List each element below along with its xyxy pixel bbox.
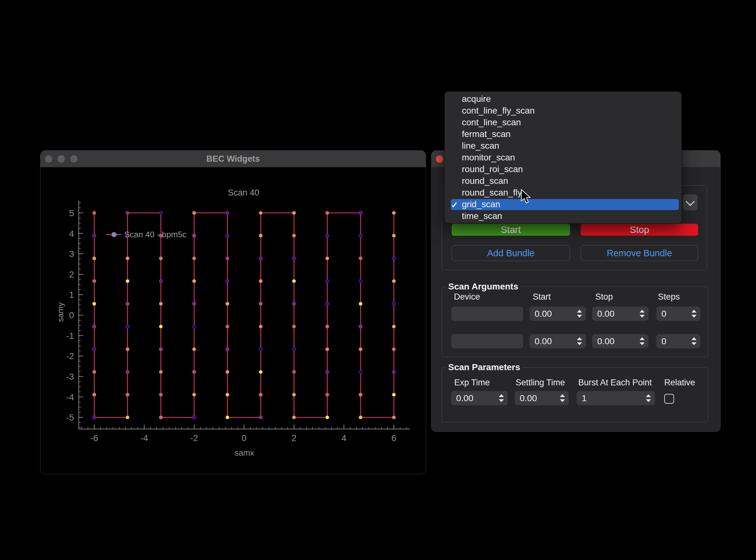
scan-data-point (326, 234, 329, 237)
scan-arguments-title: Scan Arguments (446, 282, 520, 292)
scan-data-point (259, 211, 263, 215)
menu-item-round_scan_fly[interactable]: round_scan_fly (445, 187, 681, 199)
add-bundle-button[interactable]: Add Bundle (452, 245, 570, 261)
scan-data-point (192, 211, 196, 215)
plot-window-titlebar[interactable]: BEC Widgets (40, 151, 426, 167)
scan-data-point (226, 325, 229, 328)
stop-spinbox-row1[interactable]: 0.00 (592, 306, 649, 321)
close-window-icon[interactable] (436, 155, 443, 163)
y-tick-label: 5 (69, 208, 74, 218)
scan-data-point (259, 393, 263, 396)
spin-arrows-icon[interactable] (499, 394, 504, 402)
menu-item-cont_line_fly_scan[interactable]: cont_line_fly_scan (445, 105, 681, 116)
legend-label: Scan 40 - bpm5c (124, 230, 187, 240)
scan-plot: -6-4-20246543210-1-2-3-4-5 (40, 151, 426, 474)
scan-data-point (93, 302, 96, 306)
zoom-window-icon[interactable] (70, 155, 78, 163)
menu-item-round_roi_scan[interactable]: round_roi_scan (445, 164, 681, 175)
scan-data-point (192, 325, 196, 328)
scan-data-point (292, 302, 296, 306)
scan-data-point (326, 302, 329, 306)
settling-time-spinbox[interactable]: 0.00 (515, 391, 569, 405)
scan-data-point (226, 302, 229, 306)
close-window-icon[interactable] (45, 155, 52, 163)
menu-item-time_scan[interactable]: time_scan (445, 211, 681, 222)
menu-item-round_scan[interactable]: round_scan (445, 175, 681, 187)
steps-spinbox-row1[interactable]: 0 (656, 306, 700, 321)
minimize-window-icon[interactable] (58, 155, 65, 163)
scan-data-point (126, 211, 129, 215)
scan-data-point (159, 347, 163, 351)
x-tick-label: 0 (242, 433, 247, 443)
start-spinbox-row1[interactable]: 0.00 (530, 306, 586, 321)
scan-data-point (292, 393, 296, 396)
spin-arrows-icon[interactable] (577, 310, 582, 318)
spin-arrows-icon[interactable] (692, 310, 697, 318)
scan-data-point (326, 257, 329, 260)
spin-arrows-icon[interactable] (577, 337, 582, 345)
desktop: -6-4-20246543210-1-2-3-4-5 Scan 40 Scan … (0, 0, 756, 560)
scan-data-point (93, 370, 96, 374)
y-axis-label: samy (56, 301, 65, 323)
spin-arrows-icon[interactable] (639, 337, 645, 345)
y-tick-label: -5 (66, 413, 74, 422)
scan-data-point (292, 347, 296, 351)
scan-data-point (93, 416, 96, 419)
remove-bundle-button[interactable]: Remove Bundle (581, 245, 698, 261)
x-tick-label: -2 (190, 433, 198, 443)
spin-arrows-icon[interactable] (692, 337, 697, 345)
scan-data-point (226, 257, 229, 260)
start-button[interactable]: Start (452, 224, 570, 236)
scan-data-point (292, 370, 296, 374)
x-axis-label: samx (79, 448, 410, 458)
scan-parameters-group: Scan Parameters Exp Time Settling Time B… (442, 367, 708, 422)
scan-data-point (392, 302, 396, 306)
relative-checkbox[interactable] (664, 394, 674, 404)
y-tick-label: 3 (69, 249, 74, 259)
menu-item-acquire[interactable]: acquire (445, 93, 681, 105)
stop-spinbox-row2[interactable]: 0.00 (592, 334, 649, 348)
x-tick-label: 4 (342, 433, 347, 443)
menu-item-fermat_scan[interactable]: fermat_scan (445, 128, 681, 140)
plot-legend[interactable]: Scan 40 - bpm5c (106, 230, 187, 239)
x-tick-label: 6 (391, 433, 396, 443)
scan-data-point (159, 370, 163, 374)
x-tick-label: -6 (90, 433, 98, 443)
spin-arrows-icon[interactable] (560, 394, 565, 402)
menu-item-cont_line_scan[interactable]: cont_line_scan (445, 116, 681, 128)
spin-arrows-icon[interactable] (646, 394, 651, 402)
y-tick-label: 1 (69, 290, 74, 300)
scan-type-combobox-button[interactable] (683, 194, 697, 211)
scan-data-point (259, 347, 263, 351)
steps-spinbox-row2[interactable]: 0 (656, 334, 700, 348)
exp-time-spinbox[interactable]: 0.00 (451, 391, 508, 405)
scan-data-point (392, 393, 396, 396)
scan-data-point (259, 279, 263, 283)
device-input-row2[interactable] (451, 334, 523, 348)
scan-data-point (159, 416, 163, 419)
burst-spinbox[interactable]: 1 (577, 391, 655, 405)
scan-data-point (292, 257, 296, 260)
window-controls (436, 151, 443, 167)
scan-data-point (326, 370, 329, 374)
scan-data-point (126, 325, 129, 328)
device-input-row1[interactable] (451, 306, 523, 321)
scan-data-point (359, 416, 362, 419)
spin-arrows-icon[interactable] (639, 310, 645, 318)
scan-data-point (126, 279, 129, 283)
start-spinbox-row2[interactable]: 0.00 (530, 334, 586, 348)
y-tick-label: -4 (66, 392, 74, 402)
scan-data-point (126, 347, 129, 351)
scan-data-point (192, 393, 196, 396)
scan-data-point (126, 416, 129, 419)
stop-button[interactable]: Stop (581, 224, 698, 236)
x-tick-label: -4 (140, 433, 148, 443)
scan-data-point (326, 211, 329, 215)
menu-item-grid_scan[interactable]: ✓grid_scan (445, 199, 681, 211)
scan-data-point (192, 257, 196, 260)
menu-item-monitor_scan[interactable]: monitor_scan (445, 152, 681, 163)
menu-item-line_scan[interactable]: line_scan (445, 140, 681, 152)
scan-data-point (326, 325, 329, 328)
scan-data-point (392, 370, 396, 374)
legend-marker-sample (111, 232, 117, 237)
